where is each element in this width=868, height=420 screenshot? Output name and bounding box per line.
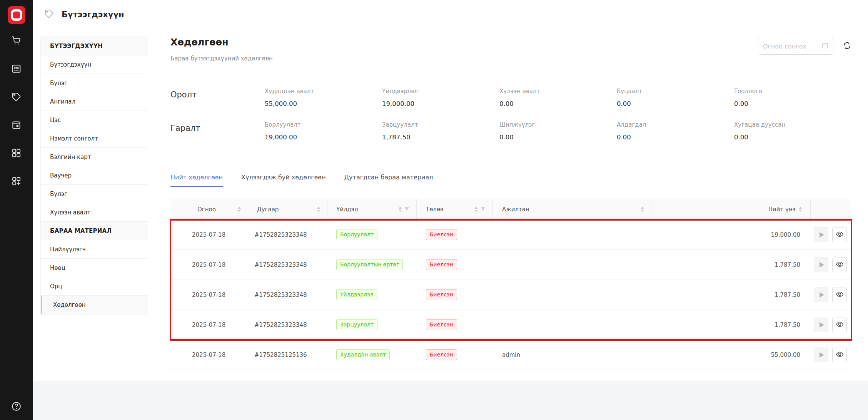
apps-grid-icon[interactable]	[11, 148, 22, 158]
sidebar-item-бүлэг[interactable]: Бүлэг	[41, 185, 148, 203]
play-button[interactable]	[814, 318, 828, 332]
play-icon	[820, 352, 824, 358]
icon-rail	[0, 0, 33, 420]
view-button[interactable]	[832, 228, 847, 242]
sidebar-item-хөдөлгөөн[interactable]: Хөдөлгөөн	[41, 296, 148, 314]
sidebar-item-хүлээн-авалт[interactable]: Хүлээн авалт	[41, 203, 148, 222]
stats-metrics: Борлуулалт 19,000.00 Зарцуулалт 1,787.50…	[265, 121, 851, 141]
view-button[interactable]	[832, 288, 847, 302]
cell-action: Борлуулалтын өртөг	[327, 259, 417, 270]
play-icon	[820, 292, 824, 298]
table-row: 2025-07-18 #1752825125136 Худалдан авалт…	[170, 340, 851, 370]
sort-icon[interactable]	[399, 207, 402, 212]
table-body: 2025-07-18 #1752825323348 Борлуулалт Бие…	[170, 220, 851, 370]
apps-add-icon[interactable]	[11, 176, 22, 186]
view-button[interactable]	[832, 348, 847, 362]
sidebar-item-label: Хүлээн авалт	[50, 209, 90, 216]
play-button[interactable]	[814, 258, 828, 272]
table-column-header[interactable]: Нийт үнэ	[651, 199, 811, 220]
sidebar-item-нийлүүлэгч[interactable]: Нийлүүлэгч	[41, 240, 148, 259]
table-column-header[interactable]: Үйлдэл	[327, 199, 417, 220]
cell-number: #1752825125136	[248, 351, 327, 358]
view-button[interactable]	[832, 258, 847, 272]
app-logo[interactable]	[8, 6, 25, 24]
cell-number: #1752825323348	[248, 291, 327, 298]
table-column-header[interactable]: Ажилтан	[493, 199, 651, 220]
stat-metric: Хугацаа дууссан 0.00	[734, 121, 851, 141]
sidebar-item-бүлэг[interactable]: Бүлэг	[41, 74, 148, 92]
stat-metric-value: 1,787.50	[382, 134, 499, 141]
cell-total: 55,000.00	[651, 351, 811, 358]
stat-metric-value: 19,000.00	[382, 100, 499, 107]
cart-icon[interactable]	[11, 35, 22, 46]
filter-icon[interactable]	[481, 207, 486, 212]
column-header-icons	[475, 207, 492, 212]
stat-metric: Зарцуулалт 1,787.50	[382, 121, 499, 141]
cell-status: Биелсэн	[417, 319, 493, 330]
stat-metric-label: Буцаалт	[617, 88, 734, 95]
sidebar-item-бэлгийн-карт[interactable]: Бэлгийн карт	[41, 148, 148, 166]
tab-bar: Нийт хөдөлгөөн Хүлээгдэж буй хөдөлгөөн Д…	[170, 169, 851, 187]
table-column-header[interactable]: Төлөв	[417, 199, 493, 220]
column-label: Үйлдэл	[336, 206, 358, 213]
page-subtitle: Бараа бүтээгдэхүүний хөдөлгөөн	[170, 55, 273, 62]
sort-icon[interactable]	[641, 207, 644, 212]
sidebar-item-label: Ваучер	[50, 172, 72, 179]
filter-icon[interactable]	[404, 207, 409, 212]
sidebar-item-бүтээгдэхүүн[interactable]: Бүтээгдэхүүн	[41, 55, 148, 74]
cell-number: #1752825323348	[248, 261, 327, 268]
eye-icon	[836, 350, 844, 360]
cell-total: 19,000.00	[651, 231, 811, 238]
sort-icon[interactable]	[238, 207, 241, 212]
sidebar-item-label: Бүлэг	[50, 191, 67, 197]
rail-icon-list	[11, 35, 22, 186]
status-badge: Биелсэн	[426, 319, 457, 330]
help-icon[interactable]	[11, 401, 22, 412]
play-button[interactable]	[814, 348, 828, 362]
sidebar-item-label: Нэмэлт сонголт	[50, 135, 98, 142]
calendar-icon[interactable]	[11, 120, 22, 130]
cell-action: Худалдан авалт	[327, 349, 417, 360]
cell-date: 2025-07-18	[170, 261, 248, 268]
cell-total: 1,787.50	[651, 261, 811, 268]
cell-status: Биелсэн	[417, 289, 493, 300]
sidebar-item-label: Бэлгийн карт	[50, 154, 91, 161]
stat-metric-value: 0.00	[734, 134, 851, 141]
table-column-header-actions	[811, 199, 851, 220]
calendar-small-icon	[822, 42, 828, 50]
tab[interactable]: Нийт хөдөлгөөн	[170, 169, 223, 187]
order-list-icon[interactable]	[11, 64, 22, 74]
view-button[interactable]	[832, 318, 847, 332]
play-button[interactable]	[814, 288, 828, 302]
date-input[interactable]	[763, 43, 822, 50]
eye-icon	[836, 260, 844, 269]
sidebar-item-нэмэлт-сонголт[interactable]: Нэмэлт сонголт	[41, 129, 148, 148]
play-button[interactable]	[814, 228, 828, 242]
table-column-header[interactable]: Дугаар	[248, 199, 327, 220]
date-range-picker[interactable]	[758, 38, 833, 55]
play-icon	[820, 262, 824, 268]
sort-icon[interactable]	[317, 207, 320, 212]
sidebar-item-label: Ангилал	[50, 98, 75, 105]
page-head-text: Хөдөлгөөн Бараа бүтээгдэхүүний хөдөлгөөн	[170, 37, 273, 62]
stats-group-label: Оролт	[170, 88, 265, 99]
sidebar-item-ангилал[interactable]: Ангилал	[41, 92, 148, 111]
cell-row-actions	[811, 348, 851, 362]
stat-metric: Буцаалт 0.00	[617, 88, 734, 107]
sidebar-item-нөөц[interactable]: Нөөц	[41, 259, 148, 277]
tag-icon[interactable]	[11, 92, 22, 102]
sort-icon[interactable]	[799, 207, 802, 212]
sidebar-item-орц[interactable]: Орц	[41, 277, 148, 296]
refresh-button[interactable]	[843, 41, 851, 51]
table-column-header[interactable]: Огноо	[170, 199, 248, 220]
sort-icon[interactable]	[475, 207, 478, 212]
sidebar-menu: БҮТЭЭГДЭХҮҮН Бүтээгдэхүүн Бүлэг Ангилал …	[40, 37, 148, 315]
sidebar-item-цэс[interactable]: Цэс	[41, 111, 148, 129]
sidebar-item-ваучер[interactable]: Ваучер	[41, 166, 148, 185]
stat-metric-value: 0.00	[617, 100, 734, 107]
action-badge: Үйлдвэрлэл	[336, 289, 377, 300]
tab[interactable]: Хүлээгдэж буй хөдөлгөөн	[241, 169, 326, 187]
stat-metric-value: 19,000.00	[265, 134, 382, 141]
cell-number: #1752825323348	[248, 321, 327, 328]
tab[interactable]: Дутагдсан бараа материал	[344, 169, 433, 187]
